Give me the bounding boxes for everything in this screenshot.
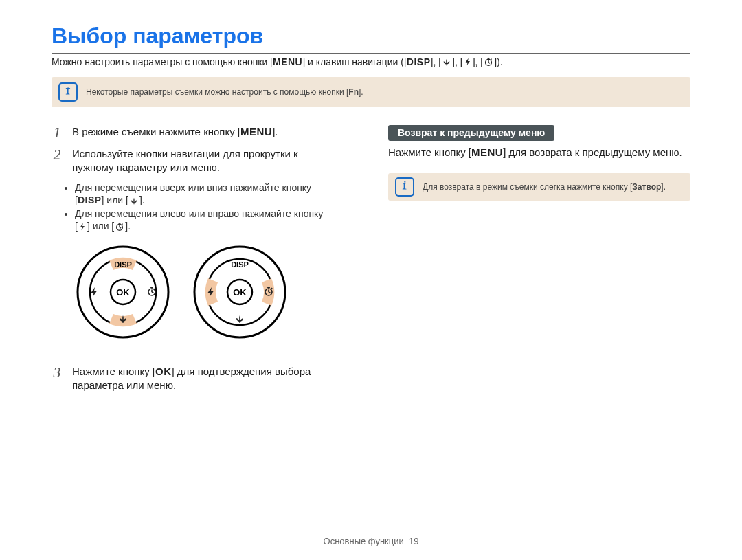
step-number: 2 [52, 147, 63, 175]
section-heading: Возврат к предыдущему меню [388, 125, 554, 141]
intro-text: Можно настроить параметры с помощью кноп… [52, 56, 690, 67]
note-text: Для возврата в режим съемки слегка нажми… [423, 182, 666, 192]
intro-seg: ] и клавиш навигации ([ [302, 56, 407, 67]
step-1: 1 В режиме съемки нажмите кнопку [ MENU … [52, 125, 354, 140]
disp-glyph: DISP [407, 56, 431, 67]
ok-glyph: OK [155, 365, 172, 379]
nav-dial-vertical: OK DISP [75, 244, 171, 340]
bullet-seg: [ [75, 221, 78, 232]
macro-icon [129, 196, 139, 205]
menu-glyph: MENU [273, 56, 302, 67]
footer-label: Основные функции [324, 536, 404, 546]
right-seg: ] для возврата к предыдущему меню. [503, 146, 682, 158]
step-3: 3 Нажмите кнопку [ OK ] для подтверждени… [52, 365, 354, 393]
step-body: Используйте кнопки навигации для прокрут… [72, 147, 298, 175]
note-box: Некоторые параметры съемки можно настрои… [52, 77, 690, 107]
step-seg: ] для подтверждения выбора [172, 365, 311, 379]
macro-icon [442, 57, 451, 67]
note-seg: ]. [359, 87, 363, 97]
step-body: В режиме съемки нажмите кнопку [ MENU ]. [72, 125, 278, 140]
bullet-seg: ]. [139, 194, 145, 205]
bullet-seg: ]. [125, 221, 131, 232]
note-seg: ]. [661, 182, 666, 192]
right-column: Возврат к предыдущему меню Нажмите кнопк… [388, 125, 690, 400]
step-line: параметра или меню. [72, 379, 311, 392]
step-seg: ]. [272, 125, 278, 139]
footer-page-number: 19 [409, 536, 418, 546]
intro-seg: Можно настроить параметры с помощью кноп… [52, 56, 273, 67]
intro-seg: ], [ [452, 56, 463, 67]
bullet-item: Для перемещения влево или вправо нажимай… [75, 208, 354, 232]
timer-icon [484, 57, 493, 67]
nav-dial-horizontal: OK DISP [192, 244, 288, 340]
page-footer: Основные функции 19 [0, 536, 742, 546]
bullet-seg: ] или [ [102, 194, 128, 205]
manual-page: Выбор параметров Можно настроить парамет… [0, 0, 742, 560]
fn-glyph: Fn [348, 87, 359, 97]
bullet-seg: ] или [ [87, 221, 114, 232]
dial-diagrams: OK DISP OK [75, 244, 354, 340]
step-number: 1 [52, 125, 63, 140]
flash-icon [464, 57, 472, 67]
bullet-item: Для перемещения вверх или вниз нажимайте… [75, 182, 354, 205]
timer-icon [115, 222, 124, 232]
info-icon [58, 82, 78, 102]
note-seg: Для возврата в режим съемки слегка нажми… [423, 182, 632, 192]
intro-seg: ]). [494, 56, 502, 67]
svg-text:DISP: DISP [231, 260, 249, 269]
disp-glyph: DISP [78, 194, 102, 205]
svg-text:OK: OK [233, 287, 247, 298]
intro-seg: ], [ [473, 56, 484, 67]
columns: 1 В режиме съемки нажмите кнопку [ MENU … [52, 125, 690, 400]
step-number: 3 [52, 365, 63, 393]
bullet-list: Для перемещения вверх или вниз нажимайте… [75, 182, 354, 232]
page-title: Выбор параметров [52, 23, 690, 49]
menu-glyph: MENU [240, 125, 272, 139]
step-seg: Нажмите кнопку [ [72, 365, 155, 379]
step-line: нужному параметру или меню. [72, 161, 298, 175]
note-text: Некоторые параметры съемки можно настрои… [86, 87, 363, 97]
svg-text:OK: OK [116, 287, 130, 298]
right-text: Нажмите кнопку [ MENU ] для возврата к п… [388, 146, 690, 158]
step-2: 2 Используйте кнопки навигации для прокр… [52, 147, 354, 175]
shutter-glyph: Затвор [632, 182, 661, 192]
note-box: Для возврата в режим съемки слегка нажми… [388, 173, 690, 201]
note-seg: Некоторые параметры съемки можно настрои… [86, 87, 348, 97]
step-body: Нажмите кнопку [ OK ] для подтверждения … [72, 365, 311, 393]
bullet-text: Для перемещения вверх или вниз нажимайте… [75, 182, 311, 193]
menu-glyph: MENU [471, 146, 503, 158]
step-seg: В режиме съемки нажмите кнопку [ [72, 125, 240, 139]
svg-text:DISP: DISP [114, 260, 132, 269]
step-line: Используйте кнопки навигации для прокрут… [72, 147, 298, 161]
bullet-text: Для перемещения влево или вправо нажимай… [75, 208, 323, 219]
flash-icon [78, 222, 87, 232]
intro-seg: ], [ [431, 56, 442, 67]
left-column: 1 В режиме съемки нажмите кнопку [ MENU … [52, 125, 354, 400]
info-icon [395, 177, 414, 197]
title-rule [52, 53, 690, 54]
right-seg: Нажмите кнопку [ [388, 146, 471, 158]
